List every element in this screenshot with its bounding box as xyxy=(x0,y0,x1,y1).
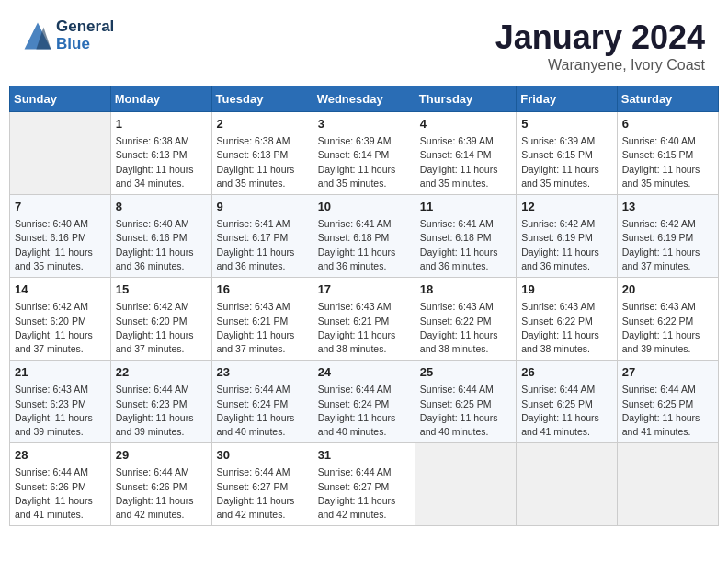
day-number: 22 xyxy=(116,364,207,381)
logo-text: General Blue xyxy=(56,18,114,52)
calendar-week: 1Sunrise: 6:38 AMSunset: 6:13 PMDaylight… xyxy=(10,112,719,195)
day-number: 5 xyxy=(521,116,612,132)
calendar-cell: 21Sunrise: 6:43 AMSunset: 6:23 PMDayligh… xyxy=(10,361,111,443)
calendar-cell: 16Sunrise: 6:43 AMSunset: 6:21 PMDayligh… xyxy=(211,278,313,361)
day-number: 28 xyxy=(15,447,106,464)
day-number: 12 xyxy=(521,199,612,215)
day-info: Sunrise: 6:41 AMSunset: 6:18 PMDaylight:… xyxy=(318,217,410,273)
day-info: Sunrise: 6:40 AMSunset: 6:16 PMDaylight:… xyxy=(15,217,106,273)
day-info: Sunrise: 6:44 AMSunset: 6:25 PMDaylight:… xyxy=(420,383,511,439)
day-number: 17 xyxy=(318,282,410,298)
day-number: 10 xyxy=(318,199,410,215)
day-info: Sunrise: 6:39 AMSunset: 6:14 PMDaylight:… xyxy=(318,134,410,190)
calendar-week: 14Sunrise: 6:42 AMSunset: 6:20 PMDayligh… xyxy=(10,278,719,361)
dow-cell: Thursday xyxy=(415,86,516,112)
dow-cell: Friday xyxy=(517,86,618,112)
calendar-cell: 2Sunrise: 6:38 AMSunset: 6:13 PMDaylight… xyxy=(211,112,313,195)
calendar-cell: 10Sunrise: 6:41 AMSunset: 6:18 PMDayligh… xyxy=(313,195,415,278)
day-number: 29 xyxy=(116,447,207,464)
day-number: 8 xyxy=(116,199,207,215)
day-of-week-header: SundayMondayTuesdayWednesdayThursdayFrid… xyxy=(10,86,719,112)
calendar-cell: 27Sunrise: 6:44 AMSunset: 6:25 PMDayligh… xyxy=(617,361,718,443)
day-number: 23 xyxy=(217,364,308,381)
month-title: January 2024 xyxy=(495,18,705,57)
day-info: Sunrise: 6:44 AMSunset: 6:27 PMDaylight:… xyxy=(318,465,410,522)
calendar-cell: 22Sunrise: 6:44 AMSunset: 6:23 PMDayligh… xyxy=(110,361,211,443)
day-number: 14 xyxy=(15,282,106,298)
calendar-cell: 4Sunrise: 6:39 AMSunset: 6:14 PMDaylight… xyxy=(415,112,516,195)
day-info: Sunrise: 6:39 AMSunset: 6:15 PMDaylight:… xyxy=(521,134,612,190)
calendar-cell: 18Sunrise: 6:43 AMSunset: 6:22 PMDayligh… xyxy=(415,278,516,361)
day-number: 9 xyxy=(217,199,308,215)
calendar-cell: 31Sunrise: 6:44 AMSunset: 6:27 PMDayligh… xyxy=(313,443,415,526)
day-info: Sunrise: 6:44 AMSunset: 6:25 PMDaylight:… xyxy=(622,383,713,439)
day-number: 26 xyxy=(521,364,612,381)
calendar-cell: 25Sunrise: 6:44 AMSunset: 6:25 PMDayligh… xyxy=(415,361,516,443)
day-info: Sunrise: 6:38 AMSunset: 6:13 PMDaylight:… xyxy=(217,134,308,190)
day-number: 31 xyxy=(318,447,410,464)
header: General Blue January 2024 Waranyene, Ivo… xyxy=(9,9,719,78)
dow-cell: Monday xyxy=(110,86,211,112)
day-info: Sunrise: 6:40 AMSunset: 6:16 PMDaylight:… xyxy=(116,217,207,273)
calendar-cell: 23Sunrise: 6:44 AMSunset: 6:24 PMDayligh… xyxy=(211,361,313,443)
calendar-cell xyxy=(617,443,718,526)
day-number: 19 xyxy=(521,282,612,298)
day-info: Sunrise: 6:42 AMSunset: 6:19 PMDaylight:… xyxy=(521,217,612,273)
day-number: 4 xyxy=(420,116,511,132)
day-number: 27 xyxy=(622,364,713,381)
day-info: Sunrise: 6:43 AMSunset: 6:22 PMDaylight:… xyxy=(521,300,612,356)
day-info: Sunrise: 6:41 AMSunset: 6:17 PMDaylight:… xyxy=(217,217,308,273)
calendar-cell xyxy=(517,443,618,526)
location-subtitle: Waranyene, Ivory Coast xyxy=(495,57,705,74)
day-info: Sunrise: 6:42 AMSunset: 6:20 PMDaylight:… xyxy=(15,300,106,356)
day-info: Sunrise: 6:42 AMSunset: 6:20 PMDaylight:… xyxy=(116,300,207,356)
day-info: Sunrise: 6:43 AMSunset: 6:23 PMDaylight:… xyxy=(15,383,106,439)
calendar-cell: 13Sunrise: 6:42 AMSunset: 6:19 PMDayligh… xyxy=(617,195,718,278)
day-number: 18 xyxy=(420,282,511,298)
calendar-cell: 30Sunrise: 6:44 AMSunset: 6:27 PMDayligh… xyxy=(211,443,313,526)
day-info: Sunrise: 6:43 AMSunset: 6:21 PMDaylight:… xyxy=(217,300,308,356)
calendar-cell: 9Sunrise: 6:41 AMSunset: 6:17 PMDaylight… xyxy=(211,195,313,278)
calendar-cell: 11Sunrise: 6:41 AMSunset: 6:18 PMDayligh… xyxy=(415,195,516,278)
day-info: Sunrise: 6:44 AMSunset: 6:24 PMDaylight:… xyxy=(318,383,410,439)
day-info: Sunrise: 6:44 AMSunset: 6:23 PMDaylight:… xyxy=(116,383,207,439)
day-info: Sunrise: 6:39 AMSunset: 6:14 PMDaylight:… xyxy=(420,134,511,190)
day-number: 1 xyxy=(116,116,207,132)
calendar-cell: 12Sunrise: 6:42 AMSunset: 6:19 PMDayligh… xyxy=(517,195,618,278)
calendar-week: 28Sunrise: 6:44 AMSunset: 6:26 PMDayligh… xyxy=(10,443,719,526)
day-info: Sunrise: 6:42 AMSunset: 6:19 PMDaylight:… xyxy=(622,217,713,273)
calendar-cell: 1Sunrise: 6:38 AMSunset: 6:13 PMDaylight… xyxy=(110,112,211,195)
day-number: 21 xyxy=(15,364,106,381)
calendar-cell xyxy=(415,443,516,526)
day-info: Sunrise: 6:38 AMSunset: 6:13 PMDaylight:… xyxy=(116,134,207,190)
day-number: 7 xyxy=(15,199,106,215)
day-info: Sunrise: 6:43 AMSunset: 6:22 PMDaylight:… xyxy=(420,300,511,356)
calendar-cell: 26Sunrise: 6:44 AMSunset: 6:25 PMDayligh… xyxy=(517,361,618,443)
calendar-cell: 3Sunrise: 6:39 AMSunset: 6:14 PMDaylight… xyxy=(313,112,415,195)
calendar-week: 21Sunrise: 6:43 AMSunset: 6:23 PMDayligh… xyxy=(10,361,719,443)
day-info: Sunrise: 6:44 AMSunset: 6:27 PMDaylight:… xyxy=(217,465,308,522)
calendar-cell: 28Sunrise: 6:44 AMSunset: 6:26 PMDayligh… xyxy=(10,443,111,526)
logo-icon xyxy=(23,21,52,51)
day-number: 20 xyxy=(622,282,713,298)
calendar-cell: 6Sunrise: 6:40 AMSunset: 6:15 PMDaylight… xyxy=(617,112,718,195)
day-info: Sunrise: 6:43 AMSunset: 6:21 PMDaylight:… xyxy=(318,300,410,356)
dow-cell: Saturday xyxy=(617,86,718,112)
calendar-cell: 15Sunrise: 6:42 AMSunset: 6:20 PMDayligh… xyxy=(110,278,211,361)
logo: General Blue xyxy=(23,18,114,52)
calendar: SundayMondayTuesdayWednesdayThursdayFrid… xyxy=(9,86,719,526)
day-info: Sunrise: 6:44 AMSunset: 6:26 PMDaylight:… xyxy=(15,465,106,522)
title-area: January 2024 Waranyene, Ivory Coast xyxy=(495,18,705,74)
day-number: 6 xyxy=(622,116,713,132)
calendar-cell: 8Sunrise: 6:40 AMSunset: 6:16 PMDaylight… xyxy=(110,195,211,278)
day-info: Sunrise: 6:44 AMSunset: 6:26 PMDaylight:… xyxy=(116,465,207,522)
calendar-cell: 19Sunrise: 6:43 AMSunset: 6:22 PMDayligh… xyxy=(517,278,618,361)
calendar-cell: 17Sunrise: 6:43 AMSunset: 6:21 PMDayligh… xyxy=(313,278,415,361)
day-number: 30 xyxy=(217,447,308,464)
day-number: 3 xyxy=(318,116,410,132)
day-number: 15 xyxy=(116,282,207,298)
day-number: 11 xyxy=(420,199,511,215)
dow-cell: Sunday xyxy=(10,86,111,112)
day-number: 25 xyxy=(420,364,511,381)
day-info: Sunrise: 6:43 AMSunset: 6:22 PMDaylight:… xyxy=(622,300,713,356)
